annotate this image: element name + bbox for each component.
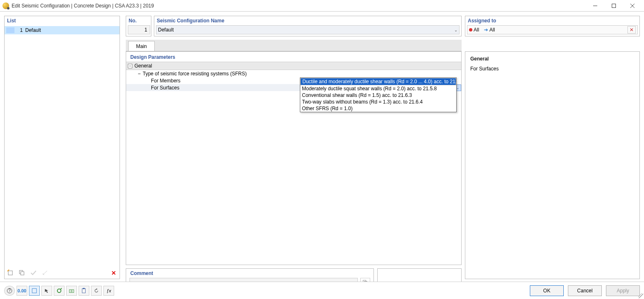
assigned-members-button[interactable]: ➔All: [484, 27, 495, 33]
ok-button[interactable]: OK: [530, 285, 564, 296]
window-title: Edit Seismic Configuration | Concrete De…: [12, 3, 586, 9]
info-header: General: [470, 56, 634, 62]
dropdown-option[interactable]: Ductile and moderately ductile shear wal…: [300, 78, 456, 85]
clipboard-button[interactable]: [79, 286, 89, 296]
list-header: List: [5, 16, 120, 26]
reset-button[interactable]: [91, 286, 102, 296]
new-item-button[interactable]: [5, 268, 15, 277]
group-sfrs[interactable]: − Type of seismic force resisting system…: [126, 70, 461, 77]
for-members-label: For Members: [151, 78, 180, 84]
svg-point-13: [57, 289, 61, 292]
group-general[interactable]: − General: [126, 62, 461, 70]
group-general-label: General: [134, 63, 152, 69]
dropdown-option[interactable]: Conventional shear walls (Rd = 1.5) acc.…: [300, 92, 456, 99]
dropdown-option[interactable]: Other SFRS (Rd = 1.0): [300, 105, 456, 112]
svg-rect-17: [83, 288, 84, 289]
minimize-button[interactable]: [586, 0, 604, 11]
screenshot-button[interactable]: [66, 286, 77, 296]
delete-item-button[interactable]: ✕: [109, 268, 119, 277]
help-button[interactable]: ?: [4, 286, 15, 296]
list-item-index: 1: [14, 27, 23, 33]
dropdown-option[interactable]: Two-way slabs without beams (Rd = 1.3) a…: [300, 99, 456, 105]
group-sfrs-label: Type of seismic force resisting systems …: [143, 71, 247, 77]
list-panel: List 1 Default ✕: [4, 16, 120, 279]
name-select[interactable]: Default ⌄: [156, 25, 460, 34]
clear-assignment-button[interactable]: ✕: [627, 26, 636, 34]
svg-rect-7: [21, 272, 24, 275]
for-surfaces-label: For Surfaces: [151, 85, 180, 91]
app-icon: [2, 2, 9, 9]
chevron-down-icon: ⌄: [456, 86, 460, 90]
apply-button: Apply: [606, 285, 640, 296]
svg-rect-12: [32, 288, 37, 293]
resize-grip[interactable]: [638, 293, 643, 298]
design-parameters-panel: Design Parameters − General − Type of se…: [126, 51, 462, 265]
tab-main[interactable]: Main: [128, 41, 155, 51]
exclude-button: [40, 268, 50, 277]
fx-button[interactable]: ƒx: [103, 286, 114, 296]
view-mode-button[interactable]: [29, 286, 40, 296]
chevron-down-icon: ⌄: [454, 28, 457, 32]
maximize-button[interactable]: [604, 0, 623, 11]
units-button[interactable]: 0.00: [17, 286, 27, 296]
dropdown-option[interactable]: Moderately ductile squat shear walls (Rd…: [300, 85, 456, 92]
assigned-label: Assigned to: [465, 16, 639, 26]
name-label: Seismic Configuration Name: [154, 16, 461, 26]
svg-rect-16: [82, 288, 86, 293]
svg-rect-14: [69, 289, 74, 292]
name-panel: Seismic Configuration Name Default ⌄: [154, 16, 462, 36]
list-item-label: Default: [25, 27, 41, 33]
info-panel: General For Surfaces: [465, 51, 640, 279]
close-button[interactable]: [623, 0, 642, 11]
design-parameters-header: Design Parameters: [126, 52, 461, 62]
show-object-button[interactable]: [54, 286, 65, 296]
number-input[interactable]: [128, 25, 150, 34]
dialog-footer: ? 0.00 ƒx OK Cancel Apply: [0, 282, 644, 299]
collapse-icon[interactable]: −: [128, 64, 132, 68]
svg-text:?: ?: [8, 288, 11, 293]
number-panel: No.: [126, 16, 151, 36]
info-line: For Surfaces: [470, 66, 634, 72]
comment-header: Comment: [126, 269, 373, 278]
collapse-icon[interactable]: −: [138, 71, 141, 77]
svg-rect-4: [8, 271, 12, 275]
number-label: No.: [126, 16, 151, 26]
svg-rect-1: [612, 4, 615, 7]
copy-item-button[interactable]: [17, 268, 27, 277]
list-item[interactable]: 1 Default: [5, 26, 120, 34]
select-graphically-button[interactable]: [41, 286, 52, 296]
svg-point-15: [71, 290, 72, 292]
cancel-button[interactable]: Cancel: [568, 285, 602, 296]
color-chip: [6, 27, 14, 33]
assigned-panel: Assigned to All ➔All ✕: [465, 16, 640, 36]
assigned-nodes-button[interactable]: All: [469, 27, 479, 33]
title-bar: Edit Seismic Configuration | Concrete De…: [0, 0, 644, 12]
name-value: Default: [158, 27, 174, 33]
for-surfaces-dropdown: Ductile and moderately ductile shear wal…: [300, 77, 457, 112]
include-button: [29, 268, 38, 277]
tab-strip: Main: [126, 40, 462, 51]
